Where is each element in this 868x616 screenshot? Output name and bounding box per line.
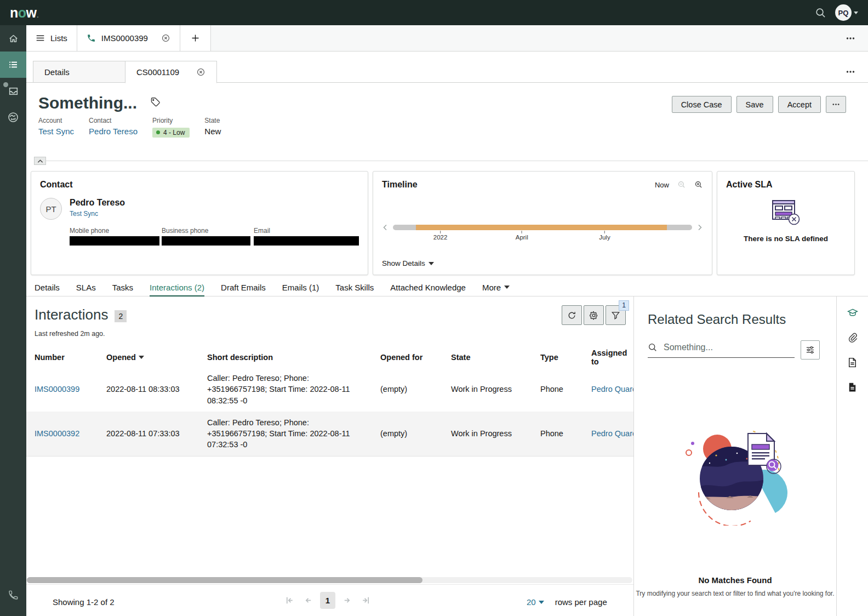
- collapse-header-button[interactable]: [34, 157, 46, 165]
- field-priority: Priority 4 - Low: [152, 117, 190, 138]
- contact-account-link[interactable]: Test Sync: [70, 210, 98, 218]
- field-business-phone: Business phone: [162, 227, 254, 246]
- tab-emails[interactable]: Emails (1): [282, 278, 319, 296]
- notes-button[interactable]: [846, 356, 859, 369]
- related-search-input[interactable]: Something...: [648, 343, 795, 358]
- no-results-illustration: [683, 427, 787, 526]
- table-row[interactable]: IMS0000392 2022-08-11 07:33:03 Caller: P…: [26, 412, 633, 457]
- sidebar-item-phone[interactable]: [0, 582, 26, 608]
- assigned-to-link[interactable]: Pedro Quare: [591, 385, 633, 393]
- account-link[interactable]: Test Sync: [38, 127, 74, 136]
- case-more-button[interactable]: [826, 96, 846, 113]
- horizontal-scrollbar[interactable]: [26, 577, 632, 583]
- accept-button[interactable]: Accept: [778, 96, 821, 113]
- avatar[interactable]: PQ: [835, 4, 852, 21]
- column-type[interactable]: Type: [540, 353, 591, 362]
- card-title: Active SLA: [726, 180, 846, 190]
- tag-icon[interactable]: [150, 97, 161, 107]
- subtab-case[interactable]: CS0001109: [125, 61, 217, 83]
- case-title: Something...: [38, 94, 137, 112]
- next-page-button[interactable]: [340, 594, 354, 607]
- settings-button[interactable]: [584, 305, 604, 325]
- column-short-description[interactable]: Short description: [207, 353, 380, 362]
- scrollbar-thumb[interactable]: [27, 577, 422, 583]
- tab-tasks[interactable]: Tasks: [112, 278, 133, 296]
- tab-more[interactable]: More: [482, 278, 510, 296]
- tab-slas[interactable]: SLAs: [76, 278, 96, 296]
- rows-per-page-label: rows per page: [555, 597, 607, 607]
- sidebar-item-inbox[interactable]: [0, 78, 26, 104]
- home-icon: [8, 33, 19, 44]
- current-page[interactable]: 1: [320, 592, 335, 609]
- tab-lists[interactable]: Lists: [26, 25, 77, 51]
- page-size-select[interactable]: 20: [527, 597, 544, 607]
- sidebar-item-home[interactable]: [0, 25, 26, 52]
- column-opened-for[interactable]: Opened for: [380, 353, 451, 362]
- table-row[interactable]: IMS0000399 2022-08-11 08:33:03 Caller: P…: [26, 367, 633, 412]
- show-details-toggle[interactable]: Show Details: [382, 259, 434, 267]
- timeline-segment-gray: [667, 225, 692, 230]
- timeline-next-icon[interactable]: [696, 224, 703, 231]
- assigned-to-link[interactable]: Pedro Quare: [591, 429, 633, 438]
- column-state[interactable]: State: [451, 353, 540, 362]
- record-subtab-bar: Details CS0001109: [26, 60, 868, 83]
- subtab-details[interactable]: Details: [33, 61, 125, 83]
- save-button[interactable]: Save: [736, 96, 773, 113]
- column-assigned-to[interactable]: Assigned to: [591, 349, 633, 366]
- zoom-out-icon[interactable]: [677, 180, 686, 189]
- sidebar-item-performance[interactable]: [0, 104, 26, 130]
- new-tab-button[interactable]: [180, 25, 211, 51]
- phone-icon: [8, 590, 19, 601]
- timeline-track[interactable]: [393, 225, 692, 230]
- record-number-link[interactable]: IMS0000399: [35, 385, 79, 393]
- sidebar-item-lists[interactable]: [0, 52, 26, 78]
- logo-trademark: .: [37, 13, 38, 19]
- no-matches-hint: Try modifying your search text or filter…: [634, 590, 836, 597]
- tab-record-ims[interactable]: IMS0000399: [77, 25, 180, 51]
- search-filter-button[interactable]: [801, 340, 820, 360]
- contact-avatar: PT: [40, 198, 62, 220]
- column-number[interactable]: Number: [35, 353, 106, 362]
- subtabs-more-button[interactable]: [845, 66, 856, 77]
- tab-label: Lists: [50, 33, 67, 43]
- tab-interactions[interactable]: Interactions (2): [150, 278, 204, 296]
- tab-label: More: [482, 283, 501, 292]
- servicenow-logo[interactable]: now.: [10, 5, 38, 21]
- logo-letter: w: [26, 5, 37, 21]
- field-mobile-phone: Mobile phone: [70, 227, 162, 246]
- field-label: Mobile phone: [70, 227, 162, 235]
- panel-title: Related Search Results: [648, 312, 786, 327]
- tab-attached-knowledge[interactable]: Attached Knowledge: [390, 278, 466, 296]
- attachments-button[interactable]: [846, 331, 859, 345]
- close-case-button[interactable]: Close Case: [672, 96, 732, 113]
- timeline-now-label[interactable]: Now: [655, 181, 669, 189]
- column-opened[interactable]: Opened: [106, 353, 207, 362]
- search-icon[interactable]: [815, 7, 826, 19]
- refresh-button[interactable]: [562, 305, 582, 325]
- tab-draft-emails[interactable]: Draft Emails: [221, 278, 266, 296]
- details-doc-button[interactable]: [846, 380, 859, 394]
- record-tabs: Details SLAs Tasks Interactions (2) Draf…: [26, 278, 868, 296]
- first-page-button[interactable]: [283, 594, 296, 607]
- timeline-prev-icon[interactable]: [382, 224, 389, 231]
- record-number-link[interactable]: IMS0000392: [35, 429, 79, 438]
- user-menu[interactable]: PQ: [835, 4, 858, 21]
- workspace-tabs-more-button[interactable]: [845, 33, 856, 44]
- field-account: Account Test Sync: [38, 117, 74, 138]
- filter-button[interactable]: 1: [606, 305, 626, 325]
- page-size-value: 20: [527, 597, 536, 607]
- tab-details[interactable]: Details: [35, 278, 60, 296]
- interactions-table: Number Opened Short description Opened f…: [26, 347, 633, 457]
- close-icon[interactable]: [184, 67, 205, 77]
- list-icon: [8, 59, 19, 70]
- no-sla-icon: [768, 198, 803, 227]
- field-state: State New: [204, 117, 221, 138]
- previous-page-button[interactable]: [301, 594, 315, 607]
- close-icon[interactable]: [161, 33, 170, 43]
- contact-link[interactable]: Pedro Tereso: [89, 127, 138, 136]
- knowledge-button[interactable]: [846, 306, 860, 320]
- tab-task-skills[interactable]: Task Skills: [335, 278, 374, 296]
- last-page-button[interactable]: [359, 594, 373, 607]
- zoom-in-icon[interactable]: [694, 180, 703, 189]
- field-label: Business phone: [162, 227, 254, 235]
